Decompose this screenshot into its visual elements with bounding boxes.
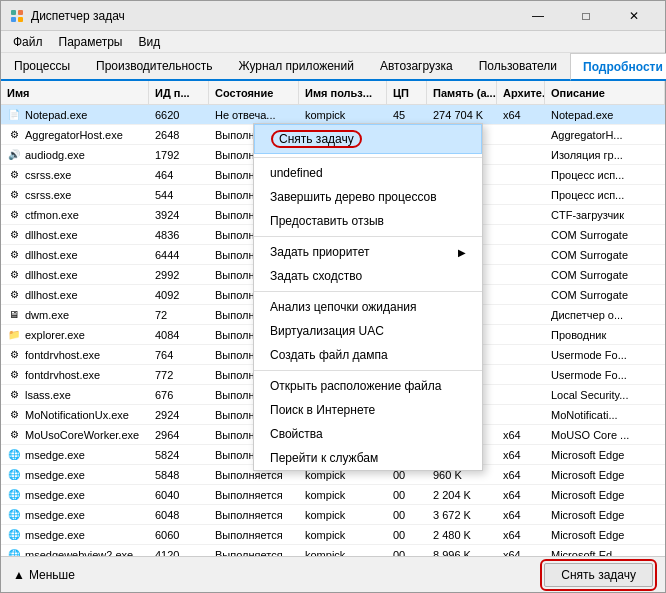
cell-cpu: 00: [387, 509, 427, 521]
cell-desc: Usermode Fo...: [545, 369, 665, 381]
cell-desc: Изоляция гр...: [545, 149, 665, 161]
cell-pid: 764: [149, 349, 209, 361]
cell-pid: 6060: [149, 529, 209, 541]
cell-name: 🌐 msedge.exe: [1, 468, 149, 482]
cell-pid: 544: [149, 189, 209, 201]
cell-pid: 2992: [149, 269, 209, 281]
process-icon: 🖥: [7, 308, 21, 322]
context-menu-item[interactable]: Завершить дерево процессов: [254, 185, 482, 209]
table-container: Имя ИД п... Состояние Имя польз... ЦП Па…: [1, 81, 665, 556]
tab-details[interactable]: Подробности: [570, 53, 666, 81]
cell-user: kompick: [299, 489, 387, 501]
process-icon: 🌐: [7, 548, 21, 557]
table-row[interactable]: 🌐 msedge.exe 6040 Выполняется kompick 00…: [1, 485, 665, 505]
col-header-cpu[interactable]: ЦП: [387, 81, 427, 104]
context-item-label: Задать приоритет: [270, 245, 369, 259]
process-icon: ⚙: [7, 168, 21, 182]
table-row[interactable]: 🌐 msedge.exe 6060 Выполняется kompick 00…: [1, 525, 665, 545]
cell-desc: COM Surrogate: [545, 229, 665, 241]
process-icon: ⚙: [7, 408, 21, 422]
process-icon: 🌐: [7, 488, 21, 502]
cell-name: ⚙ dllhost.exe: [1, 228, 149, 242]
col-header-pid[interactable]: ИД п...: [149, 81, 209, 104]
context-menu-item[interactable]: Снять задачу: [254, 124, 482, 154]
menu-file[interactable]: Файл: [5, 33, 51, 51]
table-header: Имя ИД п... Состояние Имя польз... ЦП Па…: [1, 81, 665, 105]
context-menu-item[interactable]: Поиск в Интернете: [254, 398, 482, 422]
minimize-button[interactable]: —: [515, 1, 561, 31]
cell-pid: 5848: [149, 469, 209, 481]
table-row[interactable]: 📄 Notepad.exe 6620 Не отвеча... kompick …: [1, 105, 665, 125]
tab-app-history[interactable]: Журнал приложений: [226, 53, 367, 79]
end-task-button[interactable]: Снять задачу: [544, 563, 653, 587]
context-item-label: Свойства: [270, 427, 323, 441]
tab-performance[interactable]: Производительность: [83, 53, 225, 79]
process-icon: 🌐: [7, 468, 21, 482]
col-header-name[interactable]: Имя: [1, 81, 149, 104]
col-header-arch[interactable]: Архите...: [497, 81, 545, 104]
cell-cpu: 00: [387, 529, 427, 541]
col-header-desc[interactable]: Описание: [545, 81, 665, 104]
cell-arch: x64: [497, 509, 545, 521]
process-icon: ⚙: [7, 388, 21, 402]
cell-desc: Usermode Fo...: [545, 349, 665, 361]
less-label: Меньше: [29, 568, 75, 582]
context-menu-item[interactable]: Свойства: [254, 422, 482, 446]
cell-desc: Microsoft Edge: [545, 529, 665, 541]
cell-name: 🌐 msedgewebview2.exe: [1, 548, 149, 557]
cell-pid: 72: [149, 309, 209, 321]
cell-cpu: 00: [387, 489, 427, 501]
process-icon: ⚙: [7, 368, 21, 382]
context-menu-item[interactable]: Виртуализация UAC: [254, 319, 482, 343]
cell-name: ⚙ MoNotificationUx.exe: [1, 408, 149, 422]
tab-processes[interactable]: Процессы: [1, 53, 83, 79]
cell-name: ⚙ fontdrvhost.exe: [1, 348, 149, 362]
context-menu-item[interactable]: Открыть расположение файла: [254, 374, 482, 398]
context-menu-item[interactable]: Создать файл дампа: [254, 343, 482, 367]
context-menu-item[interactable]: Задать приоритет▶: [254, 240, 482, 264]
context-menu-separator: [254, 236, 482, 237]
context-menu-item[interactable]: undefined: [254, 161, 482, 185]
col-header-mem[interactable]: Память (а...: [427, 81, 497, 104]
cell-cpu: 45: [387, 109, 427, 121]
cell-name: ⚙ lsass.exe: [1, 388, 149, 402]
process-icon: 🌐: [7, 528, 21, 542]
cell-pid: 6040: [149, 489, 209, 501]
cell-name: ⚙ ctfmon.exe: [1, 208, 149, 222]
svg-rect-2: [11, 17, 16, 22]
context-item-label: Предоставить отзыв: [270, 214, 384, 228]
cell-desc: Процесс исп...: [545, 169, 665, 181]
context-menu-item[interactable]: Анализ цепочки ожидания: [254, 295, 482, 319]
cell-pid: 4092: [149, 289, 209, 301]
cell-arch: x64: [497, 429, 545, 441]
context-menu-item[interactable]: Предоставить отзыв: [254, 209, 482, 233]
cell-arch: x64: [497, 489, 545, 501]
context-item-label: undefined: [270, 166, 323, 180]
close-button[interactable]: ✕: [611, 1, 657, 31]
context-item-label: Открыть расположение файла: [270, 379, 441, 393]
process-icon: 📁: [7, 328, 21, 342]
less-button[interactable]: ▲ Меньше: [13, 568, 75, 582]
context-menu-item[interactable]: Перейти к службам: [254, 446, 482, 470]
menu-view[interactable]: Вид: [130, 33, 168, 51]
cell-arch: x64: [497, 469, 545, 481]
cell-desc: Microsoft Ed...: [545, 549, 665, 557]
context-menu: Снять задачуundefinedЗавершить дерево пр…: [253, 123, 483, 471]
menu-parameters[interactable]: Параметры: [51, 33, 131, 51]
cell-desc: Диспетчер о...: [545, 309, 665, 321]
cell-pid: 2648: [149, 129, 209, 141]
col-header-user[interactable]: Имя польз...: [299, 81, 387, 104]
process-icon: ⚙: [7, 248, 21, 262]
table-row[interactable]: 🌐 msedge.exe 6048 Выполняется kompick 00…: [1, 505, 665, 525]
col-header-status[interactable]: Состояние: [209, 81, 299, 104]
cell-name: 🔊 audiodg.exe: [1, 148, 149, 162]
maximize-button[interactable]: □: [563, 1, 609, 31]
context-menu-item[interactable]: Задать сходство: [254, 264, 482, 288]
tab-users[interactable]: Пользователи: [466, 53, 570, 79]
cell-cpu: 00: [387, 549, 427, 557]
process-icon: 🌐: [7, 508, 21, 522]
cell-pid: 6444: [149, 249, 209, 261]
chevron-up-icon: ▲: [13, 568, 25, 582]
table-row[interactable]: 🌐 msedgewebview2.exe 4120 Выполняется ko…: [1, 545, 665, 556]
tab-startup[interactable]: Автозагрузка: [367, 53, 466, 79]
